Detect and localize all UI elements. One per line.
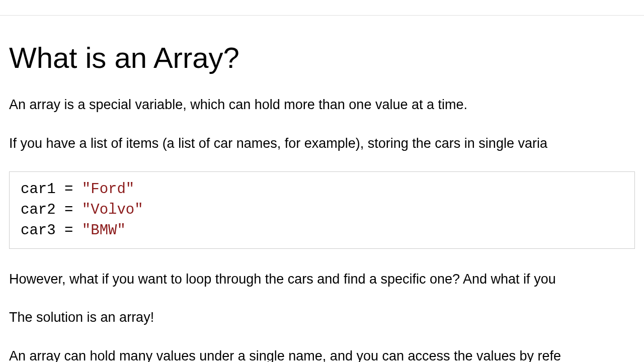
code-string: "BMW" (82, 222, 126, 239)
article-content: What is an Array? An array is a special … (0, 16, 644, 362)
code-variable: car2 (21, 202, 64, 218)
paragraph-intro: An array is a special variable, which ca… (9, 95, 635, 115)
code-line-3: car3 = "BMW" (21, 220, 623, 241)
code-operator: = (64, 222, 82, 239)
code-string: "Volvo" (82, 202, 143, 218)
paragraph-question: However, what if you want to loop throug… (9, 269, 635, 290)
code-variable: car1 (21, 181, 64, 198)
code-line-1: car1 = "Ford" (21, 179, 623, 200)
paragraph-example-intro: If you have a list of items (a list of c… (9, 133, 635, 154)
code-variable: car3 (21, 222, 64, 239)
page-heading: What is an Array? (9, 41, 635, 74)
code-operator: = (64, 181, 82, 198)
code-example: car1 = "Ford" car2 = "Volvo" car3 = "BMW… (9, 171, 635, 249)
paragraph-solution: The solution is an array! (9, 307, 635, 328)
paragraph-explanation: An array can hold many values under a si… (9, 346, 635, 362)
code-string: "Ford" (82, 181, 134, 198)
code-line-2: car2 = "Volvo" (21, 200, 623, 220)
code-operator: = (64, 202, 82, 218)
